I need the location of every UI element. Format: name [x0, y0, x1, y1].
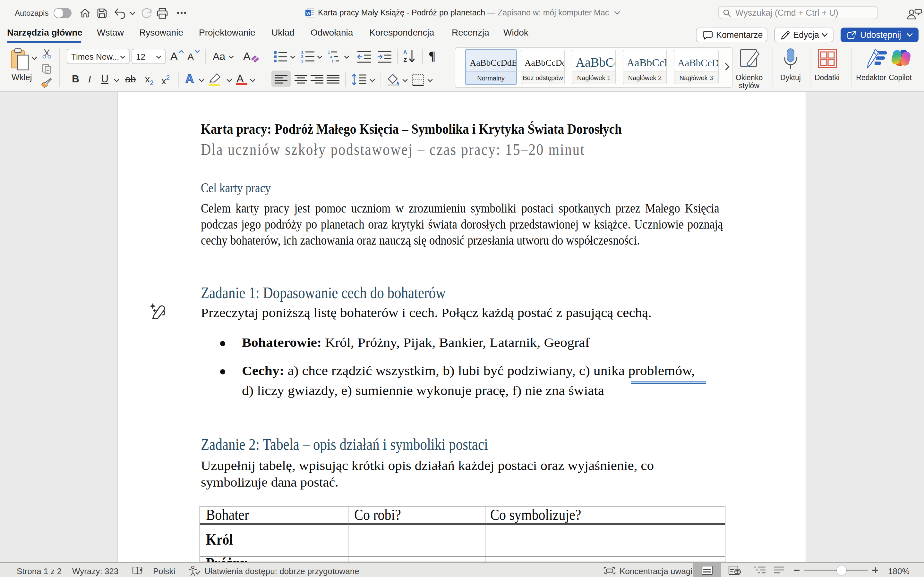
svg-text:1: 1: [301, 50, 303, 55]
svg-text:2: 2: [301, 54, 303, 59]
svg-text:1: 1: [328, 50, 330, 55]
svg-text:3: 3: [301, 59, 303, 63]
svg-text:A: A: [403, 49, 407, 55]
svg-text:Z: Z: [404, 57, 407, 63]
svg-text:W: W: [306, 11, 310, 16]
svg-text:a: a: [330, 55, 332, 59]
svg-text:i: i: [332, 59, 333, 63]
